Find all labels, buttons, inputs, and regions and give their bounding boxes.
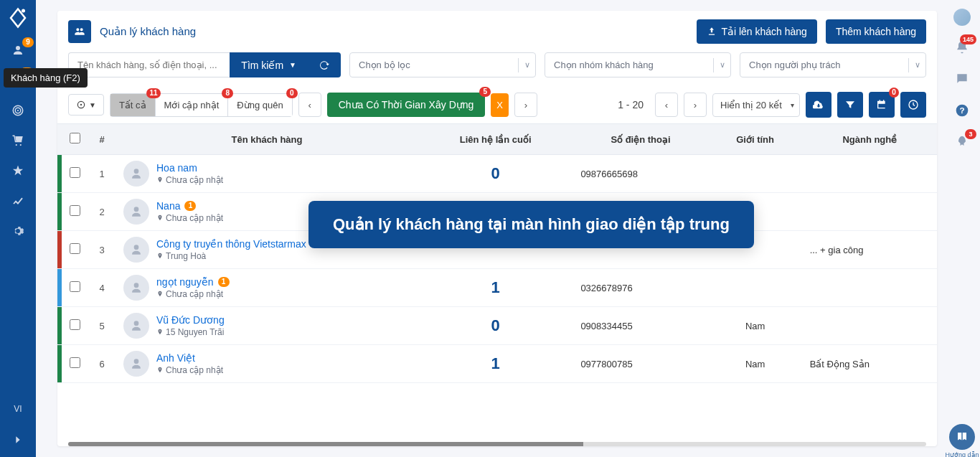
display-count-select[interactable]: Hiển thị 20 kết — [712, 93, 800, 117]
calendar-button[interactable]: 0 — [869, 92, 895, 118]
col-industry[interactable]: Ngành nghề — [803, 124, 937, 155]
table-row[interactable]: 1 Hoa nam Chưa cập nhật 0 09876665698 — [57, 155, 937, 193]
gender-value — [708, 155, 803, 193]
refresh-button[interactable] — [308, 52, 341, 77]
col-index: # — [88, 124, 116, 155]
table-row[interactable]: 4 ngọt nguyễn1 Chưa cập nhật 1 032667897… — [57, 269, 937, 307]
customer-name-link[interactable]: Vũ Đức Dương — [156, 314, 225, 326]
svg-point-0 — [22, 9, 25, 13]
caret-down-icon: ∨ — [713, 58, 725, 72]
phone-value: 0326678976 — [573, 269, 707, 307]
app-logo[interactable] — [7, 7, 29, 29]
tab-recent[interactable]: Mới cập nhật8 — [156, 94, 229, 116]
pager-range: 1 - 20 — [618, 99, 644, 110]
col-phone[interactable]: Số điện thoại — [573, 124, 707, 155]
industry-value: Bất Động Sản — [803, 345, 937, 383]
search-button[interactable]: Tìm kiếm ▼ — [230, 52, 308, 77]
users-badge: 9 — [22, 37, 34, 47]
tab-all[interactable]: Tất cả11 — [110, 94, 156, 116]
avatar-icon — [123, 199, 149, 225]
page-prev[interactable]: ‹ — [655, 93, 678, 117]
overlay-banner: Quản lý khách hàng tại màn hình giao diệ… — [308, 201, 754, 248]
industry-value — [803, 269, 937, 307]
last-contact-value: 0 — [418, 155, 573, 193]
page-next[interactable]: › — [684, 93, 707, 117]
customer-name-link[interactable]: Anh Việt — [156, 352, 223, 364]
caret-down-icon: ∨ — [908, 58, 920, 72]
help-question-icon[interactable]: ? — [955, 103, 969, 121]
customer-location: Chưa cập nhật — [156, 365, 223, 375]
customer-location: 15 Nguyen Trãi — [156, 327, 225, 337]
customer-name-link[interactable]: Công ty truyền thông Vietstarmax — [156, 238, 306, 250]
row-index: 6 — [88, 345, 116, 383]
customer-location: Trung Hoà — [156, 251, 306, 261]
table-row[interactable]: 5 Vũ Đức Dương 15 Nguyen Trãi 0 09083344… — [57, 307, 937, 345]
left-sidebar: 9 Khách hàng (F2) 61 VI — [0, 0, 36, 457]
row-index: 4 — [88, 269, 116, 307]
industry-value — [803, 193, 937, 231]
guide-button[interactable] — [949, 424, 975, 450]
rocket-icon[interactable]: 3 — [955, 135, 969, 152]
status-pill[interactable]: Chưa Có Thời Gian Xây Dựng5 — [327, 93, 486, 117]
nav-chart-icon[interactable] — [9, 192, 27, 209]
customer-location: Chưa cập nhật — [156, 289, 230, 299]
expand-sidebar-icon[interactable] — [12, 434, 24, 448]
avatar-icon — [123, 275, 149, 301]
last-contact-value: 1 — [418, 269, 573, 307]
nav-star-icon[interactable] — [9, 162, 27, 179]
customer-name-link[interactable]: Nana1 — [156, 200, 223, 212]
phone-value: 0908334455 — [573, 307, 707, 345]
row-checkbox[interactable] — [70, 319, 80, 330]
gender-value — [708, 269, 803, 307]
module-icon — [68, 20, 91, 43]
upload-customers-button[interactable]: Tải lên khách hàng — [697, 19, 817, 44]
user-avatar[interactable] — [953, 9, 971, 26]
select-all-checkbox[interactable] — [70, 133, 80, 143]
industry-value — [803, 307, 937, 345]
search-input[interactable] — [68, 52, 230, 77]
right-rail: 145 ? 3 Hướng dẫn — [944, 0, 980, 457]
svg-point-7 — [80, 104, 82, 105]
col-last-contact[interactable]: Liên hệ lần cuối — [418, 124, 573, 155]
row-checkbox[interactable] — [70, 357, 80, 368]
caret-down-icon: ▼ — [289, 61, 296, 69]
add-customer-button[interactable]: Thêm khách hàng — [826, 19, 926, 44]
nav-cart-icon[interactable] — [9, 132, 27, 149]
col-gender[interactable]: Giới tính — [708, 124, 803, 155]
group-select[interactable]: Chọn nhóm khách hàng — [545, 52, 731, 77]
notifications-icon[interactable]: 145 — [955, 40, 969, 57]
nav-target-icon[interactable] — [9, 102, 27, 119]
customers-table: # Tên khách hàng Liên hệ lần cuối Số điệ… — [57, 124, 937, 383]
tab-forget[interactable]: Đừng quên0 — [228, 94, 291, 116]
tabs-scroll-left[interactable]: ‹ — [298, 93, 321, 117]
nav-settings-icon[interactable] — [9, 222, 27, 240]
cloud-download-button[interactable] — [806, 92, 831, 118]
filter-select[interactable]: Chọn bộ lọc — [349, 52, 536, 77]
table-row[interactable]: 6 Anh Việt Chưa cập nhật 1 0977800785 Na… — [57, 345, 937, 383]
tabs-scroll-right[interactable]: › — [514, 93, 537, 117]
col-name[interactable]: Tên khách hàng — [116, 124, 418, 155]
row-index: 2 — [88, 193, 116, 231]
row-checkbox[interactable] — [70, 243, 80, 254]
clock-button[interactable] — [900, 92, 926, 118]
language-label[interactable]: VI — [14, 404, 22, 414]
industry-value — [803, 155, 937, 193]
svg-point-5 — [20, 144, 22, 146]
customer-name-link[interactable]: Hoa nam — [156, 162, 223, 174]
target-tool-button[interactable]: ▼ — [68, 94, 104, 116]
horizontal-scrollbar[interactable] — [68, 442, 926, 446]
tooltip: Khách hàng (F2) — [4, 68, 88, 88]
row-checkbox[interactable] — [70, 281, 80, 292]
status-pill-next[interactable]: X — [491, 93, 509, 117]
gender-value: Nam — [708, 307, 803, 345]
row-index: 1 — [88, 155, 116, 193]
nav-users-icon[interactable]: 9 — [9, 42, 27, 59]
filter-button[interactable] — [837, 92, 863, 118]
row-checkbox[interactable] — [70, 167, 80, 178]
page-title: Quản lý khách hàng — [100, 25, 196, 38]
customer-name-link[interactable]: ngọt nguyễn1 — [156, 276, 230, 288]
owner-select[interactable]: Chọn người phụ trách — [740, 52, 926, 77]
avatar-icon — [123, 237, 149, 263]
chat-icon[interactable] — [955, 72, 969, 89]
row-checkbox[interactable] — [70, 205, 80, 216]
